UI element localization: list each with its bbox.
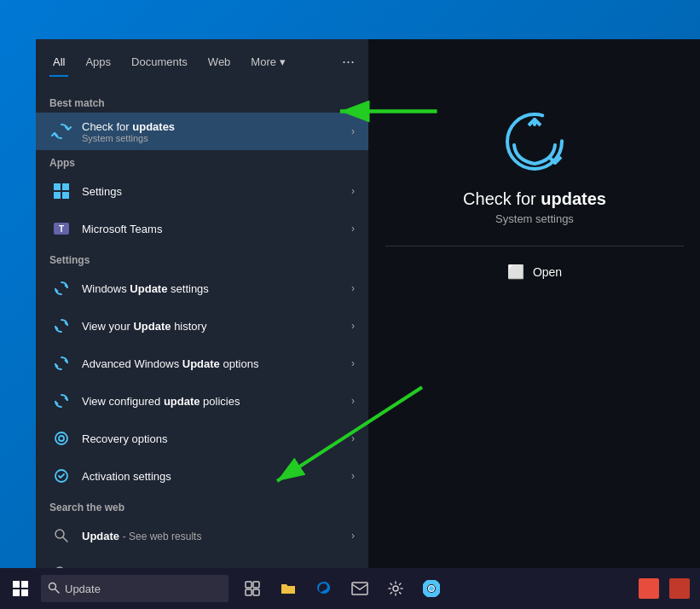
svg-rect-24 <box>246 589 252 595</box>
color-box-2[interactable] <box>669 578 690 599</box>
web-update-arrow: › <box>351 530 355 542</box>
result-web-edge[interactable]: update microsoft edge › <box>36 554 368 568</box>
web-edge-title: update microsoft edge <box>82 567 348 569</box>
update-history-text: View your Update history <box>82 320 348 333</box>
tray-icon-1[interactable] <box>635 575 662 602</box>
result-settings[interactable]: Settings › <box>36 172 368 210</box>
settings-icon <box>49 179 73 203</box>
result-settings-text: Settings <box>82 185 348 198</box>
taskbar: Update <box>0 568 700 609</box>
update-history-arrow: › <box>351 320 355 332</box>
advanced-update-icon <box>49 351 73 375</box>
result-teams-title: Microsoft Teams <box>82 223 348 235</box>
file-explorer-icon[interactable] <box>271 568 305 609</box>
web-search-icon-2 <box>49 561 73 568</box>
section-apps: Apps <box>36 150 368 172</box>
advanced-update-title: Advanced Windows Update options <box>82 357 348 370</box>
result-check-updates-title: Check for updates <box>82 120 348 133</box>
color-box-1[interactable] <box>639 578 659 599</box>
svg-point-8 <box>59 436 64 441</box>
section-best-match: Best match <box>36 90 368 113</box>
result-check-updates[interactable]: Check for updates System settings › <box>36 113 368 150</box>
result-windows-update-settings[interactable]: Windows Update settings › <box>36 270 368 307</box>
mail-icon[interactable] <box>343 568 377 609</box>
taskbar-right <box>635 575 700 602</box>
result-web-update[interactable]: Update - See web results › <box>36 517 368 554</box>
arrow-diagonal <box>243 379 431 498</box>
tray-icon-2[interactable] <box>666 575 693 602</box>
result-settings-title: Settings <box>82 185 348 198</box>
web-update-title: Update - See web results <box>82 530 348 542</box>
result-check-updates-text: Check for updates System settings <box>82 120 348 143</box>
right-panel-title: Check for updates <box>463 189 606 209</box>
web-update-text: Update - See web results <box>82 530 348 542</box>
taskbar-search-box[interactable]: Update <box>41 575 229 602</box>
right-panel-subtitle: System settings <box>495 212 574 225</box>
svg-rect-25 <box>253 589 259 595</box>
tab-documents[interactable]: Documents <box>121 49 198 75</box>
svg-point-7 <box>55 432 67 444</box>
open-label: Open <box>533 265 562 279</box>
svg-rect-3 <box>54 192 61 199</box>
update-history-title: View your Update history <box>82 320 348 333</box>
svg-rect-22 <box>246 582 252 588</box>
svg-rect-4 <box>62 192 69 199</box>
result-update-history[interactable]: View your Update history › <box>36 307 368 345</box>
taskbar-icons <box>235 568 448 609</box>
menu-tabs: All Apps Documents Web More ▾ ··· <box>36 39 368 84</box>
edge-icon[interactable] <box>307 568 341 609</box>
svg-line-21 <box>55 589 60 593</box>
advanced-update-text: Advanced Windows Update options <box>82 357 348 370</box>
svg-point-30 <box>429 586 434 591</box>
result-check-updates-subtitle: System settings <box>82 133 348 143</box>
win-update-settings-title: Windows Update settings <box>82 282 348 295</box>
update-policies-icon <box>49 389 73 413</box>
result-teams[interactable]: T Microsoft Teams › <box>36 210 368 247</box>
menu-more-dots[interactable]: ··· <box>335 49 362 74</box>
windows-logo <box>13 581 28 596</box>
start-button[interactable] <box>0 568 41 609</box>
svg-text:T: T <box>59 224 64 234</box>
advanced-update-arrow: › <box>351 357 355 369</box>
win-update-settings-text: Windows Update settings <box>82 282 348 295</box>
svg-rect-2 <box>62 183 69 190</box>
update-icon <box>49 119 73 143</box>
tab-web[interactable]: Web <box>198 49 241 75</box>
settings-arrow: › <box>351 185 355 197</box>
web-search-icon-1 <box>49 524 73 548</box>
tab-more[interactable]: More ▾ <box>240 49 296 75</box>
svg-point-12 <box>55 567 64 568</box>
chrome-icon[interactable] <box>414 568 448 609</box>
web-edge-arrow: › <box>351 567 355 568</box>
update-large-icon <box>500 107 569 176</box>
update-history-icon <box>49 314 73 338</box>
teams-arrow: › <box>351 223 355 235</box>
open-icon: ⬜ <box>507 264 524 280</box>
win-update-settings-icon <box>49 276 73 300</box>
teams-icon: T <box>49 217 73 241</box>
tab-all[interactable]: All <box>43 49 75 75</box>
svg-rect-26 <box>352 583 367 594</box>
svg-point-27 <box>393 586 398 591</box>
result-teams-text: Microsoft Teams <box>82 223 348 235</box>
svg-rect-1 <box>54 183 61 190</box>
desktop: Check for updates System settings ⬜ Open… <box>0 0 700 609</box>
more-chevron: ▾ <box>280 55 286 68</box>
svg-rect-23 <box>253 582 259 588</box>
activation-icon <box>49 464 73 488</box>
tab-apps[interactable]: Apps <box>75 49 121 75</box>
settings-taskbar-icon[interactable] <box>379 568 413 609</box>
taskbar-search-icon <box>48 582 60 596</box>
task-view-icon[interactable] <box>235 568 269 609</box>
taskbar-search-text: Update <box>65 583 101 595</box>
web-edge-text: update microsoft edge <box>82 567 348 569</box>
result-advanced-update[interactable]: Advanced Windows Update options › <box>36 345 368 382</box>
svg-line-19 <box>277 387 422 481</box>
open-action[interactable]: ⬜ Open <box>507 260 562 283</box>
recovery-icon <box>49 426 73 450</box>
divider <box>385 246 684 246</box>
svg-line-11 <box>63 537 67 542</box>
win-update-settings-arrow: › <box>351 282 355 294</box>
arrow-horizontal <box>331 92 442 130</box>
section-settings: Settings <box>36 247 368 270</box>
